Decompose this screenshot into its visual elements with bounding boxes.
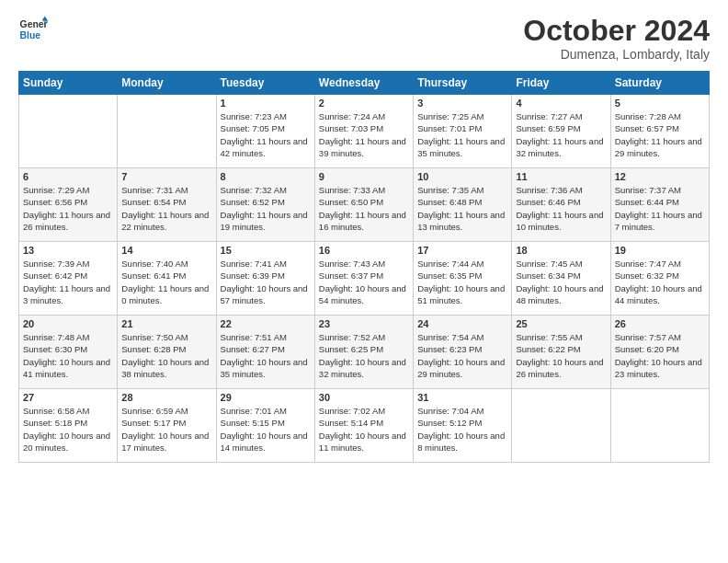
cell-info: Sunrise: 7:48 AM Sunset: 6:30 PM Dayligh…	[23, 331, 113, 380]
cell-info: Sunrise: 7:01 AM Sunset: 5:15 PM Dayligh…	[221, 405, 311, 454]
cell-info: Sunrise: 7:39 AM Sunset: 6:42 PM Dayligh…	[23, 258, 113, 306]
cell-day-number: 4	[516, 98, 606, 109]
cell-info: Sunrise: 6:59 AM Sunset: 5:17 PM Dayligh…	[121, 405, 211, 454]
cell-day-number: 29	[221, 392, 311, 403]
cell-3-1: 21Sunrise: 7:50 AM Sunset: 6:28 PM Dayli…	[118, 316, 216, 389]
cell-info: Sunrise: 7:32 AM Sunset: 6:52 PM Dayligh…	[221, 184, 311, 233]
week-row-1: 6Sunrise: 7:29 AM Sunset: 6:56 PM Daylig…	[19, 168, 710, 242]
cell-1-2: 8Sunrise: 7:32 AM Sunset: 6:52 PM Daylig…	[216, 168, 314, 242]
cell-info: Sunrise: 7:25 AM Sunset: 7:01 PM Dayligh…	[417, 110, 507, 159]
cell-info: Sunrise: 7:47 AM Sunset: 6:32 PM Dayligh…	[615, 258, 705, 306]
calendar-table: SundayMondayTuesdayWednesdayThursdayFrid…	[18, 71, 710, 463]
week-row-3: 20Sunrise: 7:48 AM Sunset: 6:30 PM Dayli…	[19, 316, 710, 389]
cell-0-1	[118, 95, 216, 168]
cell-day-number: 30	[319, 392, 409, 403]
cell-3-4: 24Sunrise: 7:54 AM Sunset: 6:23 PM Dayli…	[414, 316, 512, 389]
cell-0-5: 4Sunrise: 7:27 AM Sunset: 6:59 PM Daylig…	[512, 95, 610, 168]
cell-3-2: 22Sunrise: 7:51 AM Sunset: 6:27 PM Dayli…	[216, 316, 314, 389]
cell-day-number: 10	[417, 171, 507, 182]
cell-day-number: 20	[23, 318, 113, 329]
cell-info: Sunrise: 7:54 AM Sunset: 6:23 PM Dayligh…	[417, 331, 507, 380]
cell-2-0: 13Sunrise: 7:39 AM Sunset: 6:42 PM Dayli…	[19, 242, 118, 316]
cell-info: Sunrise: 7:50 AM Sunset: 6:28 PM Dayligh…	[121, 331, 211, 380]
cell-info: Sunrise: 7:35 AM Sunset: 6:48 PM Dayligh…	[417, 184, 507, 233]
cell-1-4: 10Sunrise: 7:35 AM Sunset: 6:48 PM Dayli…	[414, 168, 512, 242]
cell-day-number: 19	[615, 245, 705, 256]
cell-day-number: 31	[417, 392, 507, 403]
header: General Blue October 2024 Dumenza, Lomba…	[18, 15, 710, 62]
cell-0-4: 3Sunrise: 7:25 AM Sunset: 7:01 PM Daylig…	[414, 95, 512, 168]
cell-1-1: 7Sunrise: 7:31 AM Sunset: 6:54 PM Daylig…	[118, 168, 216, 242]
cell-info: Sunrise: 7:31 AM Sunset: 6:54 PM Dayligh…	[121, 184, 211, 233]
cell-day-number: 27	[23, 392, 113, 403]
cell-4-5	[512, 389, 610, 463]
cell-day-number: 2	[319, 98, 409, 109]
cell-day-number: 1	[221, 98, 311, 109]
cell-info: Sunrise: 7:41 AM Sunset: 6:39 PM Dayligh…	[221, 258, 311, 306]
cell-1-0: 6Sunrise: 7:29 AM Sunset: 6:56 PM Daylig…	[19, 168, 118, 242]
header-row: SundayMondayTuesdayWednesdayThursdayFrid…	[19, 72, 710, 95]
cell-3-5: 25Sunrise: 7:55 AM Sunset: 6:22 PM Dayli…	[512, 316, 610, 389]
cell-2-4: 17Sunrise: 7:44 AM Sunset: 6:35 PM Dayli…	[414, 242, 512, 316]
cell-day-number: 24	[417, 318, 507, 329]
cell-0-0	[19, 95, 118, 168]
cell-day-number: 11	[516, 171, 606, 182]
cell-4-0: 27Sunrise: 6:58 AM Sunset: 5:18 PM Dayli…	[19, 389, 118, 463]
cell-day-number: 8	[221, 171, 311, 182]
cell-day-number: 3	[417, 98, 507, 109]
cell-info: Sunrise: 7:44 AM Sunset: 6:35 PM Dayligh…	[417, 258, 507, 306]
calendar-page: General Blue October 2024 Dumenza, Lomba…	[0, 0, 728, 563]
header-thursday: Thursday	[414, 72, 512, 95]
cell-day-number: 16	[319, 245, 409, 256]
cell-day-number: 5	[615, 98, 705, 109]
header-saturday: Saturday	[610, 72, 709, 95]
cell-day-number: 15	[221, 245, 311, 256]
cell-info: Sunrise: 7:36 AM Sunset: 6:46 PM Dayligh…	[516, 184, 606, 233]
week-row-0: 1Sunrise: 7:23 AM Sunset: 7:05 PM Daylig…	[19, 95, 710, 168]
header-monday: Monday	[118, 72, 216, 95]
cell-4-1: 28Sunrise: 6:59 AM Sunset: 5:17 PM Dayli…	[118, 389, 216, 463]
cell-3-3: 23Sunrise: 7:52 AM Sunset: 6:25 PM Dayli…	[314, 316, 413, 389]
cell-3-6: 26Sunrise: 7:57 AM Sunset: 6:20 PM Dayli…	[610, 316, 709, 389]
cell-info: Sunrise: 7:27 AM Sunset: 6:59 PM Dayligh…	[516, 110, 606, 159]
cell-day-number: 13	[23, 245, 113, 256]
cell-day-number: 25	[516, 318, 606, 329]
header-tuesday: Tuesday	[216, 72, 314, 95]
cell-4-4: 31Sunrise: 7:04 AM Sunset: 5:12 PM Dayli…	[414, 389, 512, 463]
cell-day-number: 14	[121, 245, 211, 256]
week-row-2: 13Sunrise: 7:39 AM Sunset: 6:42 PM Dayli…	[19, 242, 710, 316]
cell-info: Sunrise: 7:40 AM Sunset: 6:41 PM Dayligh…	[121, 258, 211, 306]
title-block: October 2024 Dumenza, Lombardy, Italy	[523, 15, 710, 62]
cell-day-number: 28	[121, 392, 211, 403]
cell-info: Sunrise: 7:33 AM Sunset: 6:50 PM Dayligh…	[319, 184, 409, 233]
cell-4-6	[610, 389, 709, 463]
cell-day-number: 12	[615, 171, 705, 182]
cell-day-number: 17	[417, 245, 507, 256]
location-subtitle: Dumenza, Lombardy, Italy	[523, 47, 710, 62]
cell-day-number: 9	[319, 171, 409, 182]
cell-1-3: 9Sunrise: 7:33 AM Sunset: 6:50 PM Daylig…	[314, 168, 413, 242]
svg-text:General: General	[20, 19, 48, 29]
cell-info: Sunrise: 7:43 AM Sunset: 6:37 PM Dayligh…	[319, 258, 409, 306]
cell-info: Sunrise: 7:23 AM Sunset: 7:05 PM Dayligh…	[221, 110, 311, 159]
cell-info: Sunrise: 7:24 AM Sunset: 7:03 PM Dayligh…	[319, 110, 409, 159]
cell-1-6: 12Sunrise: 7:37 AM Sunset: 6:44 PM Dayli…	[610, 168, 709, 242]
cell-2-6: 19Sunrise: 7:47 AM Sunset: 6:32 PM Dayli…	[610, 242, 709, 316]
cell-4-3: 30Sunrise: 7:02 AM Sunset: 5:14 PM Dayli…	[314, 389, 413, 463]
cell-info: Sunrise: 6:58 AM Sunset: 5:18 PM Dayligh…	[23, 405, 113, 454]
header-friday: Friday	[512, 72, 610, 95]
cell-info: Sunrise: 7:51 AM Sunset: 6:27 PM Dayligh…	[221, 331, 311, 380]
header-sunday: Sunday	[19, 72, 118, 95]
cell-day-number: 18	[516, 245, 606, 256]
cell-day-number: 7	[121, 171, 211, 182]
cell-0-3: 2Sunrise: 7:24 AM Sunset: 7:03 PM Daylig…	[314, 95, 413, 168]
cell-day-number: 6	[23, 171, 113, 182]
cell-info: Sunrise: 7:28 AM Sunset: 6:57 PM Dayligh…	[615, 110, 705, 159]
cell-0-6: 5Sunrise: 7:28 AM Sunset: 6:57 PM Daylig…	[610, 95, 709, 168]
cell-0-2: 1Sunrise: 7:23 AM Sunset: 7:05 PM Daylig…	[216, 95, 314, 168]
cell-info: Sunrise: 7:52 AM Sunset: 6:25 PM Dayligh…	[319, 331, 409, 380]
cell-info: Sunrise: 7:57 AM Sunset: 6:20 PM Dayligh…	[615, 331, 705, 380]
month-title: October 2024	[523, 15, 710, 47]
cell-day-number: 22	[221, 318, 311, 329]
svg-text:Blue: Blue	[20, 30, 41, 40]
